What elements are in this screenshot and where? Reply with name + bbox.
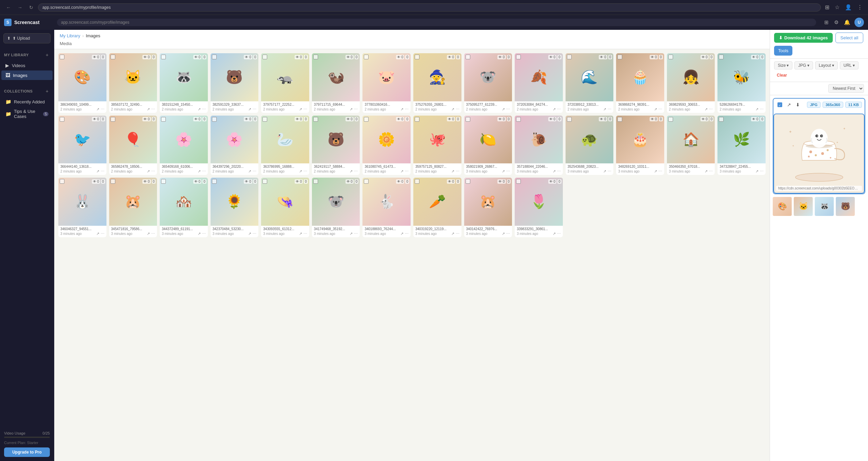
thumb-checkbox[interactable] (415, 117, 419, 122)
share-icon[interactable]: ↗ (248, 232, 251, 236)
more-icon[interactable]: ⋯ (151, 107, 155, 112)
thumb-checkbox[interactable] (516, 117, 521, 122)
more-icon[interactable]: ⋯ (253, 169, 256, 174)
more-icon[interactable]: ⋯ (709, 107, 713, 112)
more-icon[interactable]: ⋯ (760, 169, 764, 174)
thumb-checkbox[interactable] (262, 179, 267, 184)
thumb-checkbox[interactable] (567, 117, 572, 122)
thumb-checkbox[interactable] (364, 117, 369, 122)
share-icon[interactable]: ↗ (299, 232, 302, 236)
thumb-checkbox[interactable] (161, 117, 166, 122)
image-item[interactable]: 👁 0 0 👧 369829593_30653... 2 minutes ago… (667, 53, 715, 113)
share-icon[interactable]: ↗ (96, 232, 99, 236)
more-icon[interactable]: ⋯ (760, 107, 764, 112)
thumb-checkbox[interactable] (668, 117, 673, 122)
more-icon[interactable]: ⋯ (658, 107, 662, 112)
select-all-button[interactable]: Select all (835, 33, 864, 43)
breadcrumb-library[interactable]: My Library (60, 33, 80, 38)
notifications-button[interactable]: 🔔 (843, 18, 852, 27)
settings-button[interactable]: ⋮ (856, 3, 864, 12)
thumb-checkbox[interactable] (313, 117, 318, 122)
share-icon[interactable]: ↗ (96, 107, 99, 112)
preview-edit-button[interactable]: ↗ (786, 101, 792, 108)
thumb-checkbox[interactable] (466, 179, 470, 184)
share-icon[interactable]: ↗ (603, 107, 606, 112)
image-item[interactable]: 👁 0 0 🧙 375276355_26801... 2 minutes ago… (413, 53, 461, 113)
clear-button[interactable]: Clear (774, 72, 790, 79)
share-icon[interactable]: ↗ (705, 169, 708, 174)
sidebar-item-videos[interactable]: ▶ Videos (1, 61, 53, 70)
more-icon[interactable]: ⋯ (101, 232, 104, 236)
image-item[interactable]: 👁 0 0 🍋 358021909_26867... 3 minutes ago… (464, 116, 512, 175)
share-icon[interactable]: ↗ (755, 169, 758, 174)
image-item[interactable]: 👁 0 0 🐝 528626694179... 2 minutes ago ↗ … (717, 53, 766, 113)
thumb-checkbox[interactable] (60, 117, 64, 122)
sidebar-item-tips[interactable]: 📁 Tips & Use Cases 5 (1, 107, 53, 121)
thumb-checkbox[interactable] (161, 55, 166, 59)
image-item[interactable]: 👁 0 0 🌸 364397296_20220... 2 minutes ago… (211, 116, 259, 175)
share-icon[interactable]: ↗ (400, 232, 403, 236)
more-icon[interactable]: ⋯ (303, 107, 307, 112)
more-icon[interactable]: ⋯ (456, 107, 459, 112)
more-icon[interactable]: ⋯ (202, 232, 206, 236)
more-icon[interactable]: ⋯ (608, 169, 611, 174)
thumb-checkbox[interactable] (617, 117, 622, 122)
bookmark-button[interactable]: ☆ (833, 3, 841, 12)
image-item[interactable]: 👁 0 0 🐇 340188693_76244... 3 minutes ago… (362, 178, 411, 237)
share-icon[interactable]: ↗ (502, 169, 505, 174)
more-icon[interactable]: ⋯ (303, 232, 307, 236)
panel-thumb-item[interactable]: 🐱 (794, 197, 813, 216)
thumb-checkbox[interactable] (415, 55, 419, 59)
more-icon[interactable]: ⋯ (253, 232, 256, 236)
panel-thumb-item[interactable]: 🦝 (815, 197, 834, 216)
share-icon[interactable]: ↗ (147, 169, 150, 174)
tools-button[interactable]: Tools (774, 46, 792, 56)
share-icon[interactable]: ↗ (350, 169, 353, 174)
image-item[interactable]: 👁 0 0 🐹 340142422_76976... 3 minutes ago… (464, 178, 512, 237)
more-icon[interactable]: ⋯ (658, 169, 662, 174)
thumb-checkbox[interactable] (313, 179, 318, 184)
image-item[interactable]: 👁 0 0 🐰 346046327_94551... 3 minutes ago… (58, 178, 106, 237)
more-icon[interactable]: ⋯ (506, 169, 510, 174)
more-icon[interactable]: ⋯ (151, 169, 155, 174)
share-icon[interactable]: ↗ (502, 232, 505, 236)
image-item[interactable]: 👁 0 0 🐙 359757125_80827... 2 minutes ago… (413, 116, 461, 175)
more-icon[interactable]: ⋯ (506, 107, 510, 112)
thumb-checkbox[interactable] (668, 55, 673, 59)
image-item[interactable]: 👁 0 0 🌿 347328847_22455... 3 minutes ago… (717, 116, 766, 175)
upgrade-button[interactable]: Upgrade to Pro (4, 447, 50, 457)
share-icon[interactable]: ↗ (451, 107, 454, 112)
url-filter-button[interactable]: URL ▾ (840, 61, 859, 69)
address-bar[interactable]: app.screencast.com/myprofile/images (38, 3, 821, 12)
thumb-checkbox[interactable] (516, 55, 521, 59)
thumb-checkbox[interactable] (111, 179, 115, 184)
more-icon[interactable]: ⋯ (354, 107, 358, 112)
share-icon[interactable]: ↗ (654, 169, 657, 174)
image-item[interactable]: 👁 0 0 🏠 350466350_67018... 3 minutes ago… (667, 116, 715, 175)
thumb-checkbox[interactable] (313, 55, 318, 59)
image-item[interactable]: 👁 0 0 🐌 357188044_22046... 3 minutes ago… (515, 116, 563, 175)
thumb-checkbox[interactable] (60, 179, 64, 184)
share-icon[interactable]: ↗ (553, 107, 556, 112)
image-item[interactable]: 👁 0 0 🎈 365862478_18506... 2 minutes ago… (109, 116, 157, 175)
share-icon[interactable]: ↗ (400, 107, 403, 112)
thumb-checkbox[interactable] (617, 55, 622, 59)
share-icon[interactable]: ↗ (553, 232, 556, 236)
image-item[interactable]: 👁 0 0 🌸 365409168_61006... 2 minutes ago… (160, 116, 208, 175)
thumb-checkbox[interactable] (466, 55, 470, 59)
share-icon[interactable]: ↗ (603, 169, 606, 174)
thumb-checkbox[interactable] (719, 117, 724, 122)
share-icon[interactable]: ↗ (350, 232, 353, 236)
more-icon[interactable]: ⋯ (557, 232, 561, 236)
share-icon[interactable]: ↗ (451, 169, 454, 174)
back-button[interactable]: ← (4, 3, 13, 12)
share-icon[interactable]: ↗ (96, 169, 99, 174)
share-icon[interactable]: ↗ (553, 169, 556, 174)
thumb-checkbox[interactable] (111, 55, 115, 59)
thumb-checkbox[interactable] (516, 179, 521, 184)
share-icon[interactable]: ↗ (147, 232, 150, 236)
thumb-checkbox[interactable] (111, 117, 115, 122)
share-icon[interactable]: ↗ (755, 107, 758, 112)
preview-checkbox-button[interactable]: ✓ (776, 101, 784, 108)
share-icon[interactable]: ↗ (198, 169, 201, 174)
